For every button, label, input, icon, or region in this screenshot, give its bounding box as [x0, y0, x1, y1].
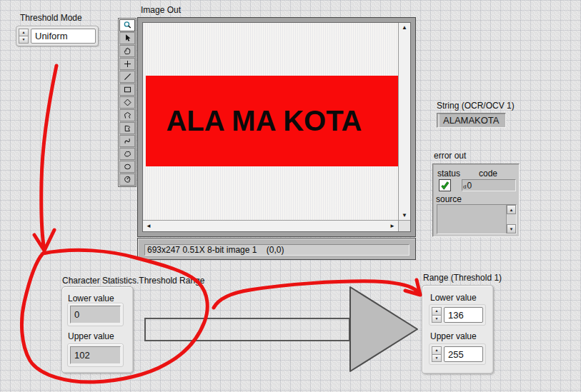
labview-front-panel: Threshold Mode ▲ ▼ Uniform Image Out ALA…	[0, 0, 581, 392]
oval-tool-icon	[122, 162, 133, 171]
image-vertical-scrollbar[interactable]: ▲ ▼	[398, 23, 410, 220]
ocr-string-label: String (OCR/OCV 1)	[437, 101, 515, 111]
threshold-mode-value[interactable]: Uniform	[31, 29, 96, 44]
annulus-tool-button[interactable]	[119, 174, 135, 186]
rt-lower-control[interactable]: ▲ ▼ 136	[429, 304, 486, 326]
image-text: ALA MA KOTA	[166, 105, 362, 137]
scroll-up-icon[interactable]: ▲	[507, 205, 516, 214]
image-red-band: ALA MA KOTA	[146, 76, 398, 166]
increment-icon[interactable]: ▲	[432, 346, 442, 355]
zoom-tool-icon	[122, 21, 133, 30]
error-source-field: ▲ ▼	[437, 204, 517, 234]
scroll-up-icon[interactable]: ▲	[402, 24, 407, 31]
broken-line-tool-button[interactable]	[119, 135, 135, 147]
rt-upper-spinner[interactable]: ▲ ▼	[432, 346, 442, 362]
rt-lower-value[interactable]: 136	[444, 307, 483, 323]
image-horizontal-scrollbar[interactable]: ◄ ►	[143, 220, 398, 231]
decrement-icon[interactable]: ▼	[432, 316, 442, 323]
broken-line-tool-icon	[122, 136, 133, 146]
scrollbar-corner	[398, 220, 410, 231]
polygon-tool-button[interactable]	[119, 109, 135, 121]
polygon-tool-icon	[122, 111, 133, 120]
error-code-label: code	[479, 169, 497, 179]
cs-lower-label: Lower value	[68, 293, 114, 303]
freehand-region-tool-icon	[122, 149, 133, 159]
rectangle-tool-button[interactable]	[119, 84, 135, 96]
image-toolbar	[118, 18, 136, 187]
point-tool-icon	[122, 59, 133, 69]
image-canvas-frame: ALA MA KOTA ▲ ▼ ◄ ►	[142, 22, 411, 232]
scroll-down-icon[interactable]: ▼	[402, 212, 407, 218]
error-status-checkbox	[439, 179, 451, 191]
rt-lower-spinner[interactable]: ▲ ▼	[432, 307, 442, 323]
freehand-region-tool-button[interactable]	[119, 148, 135, 160]
image-out-display: ALA MA KOTA ▲ ▼ ◄ ►	[137, 17, 416, 237]
character-statistics-label: Character Statistics.Threshold Range	[62, 276, 204, 286]
character-statistics-cluster: Lower value 0 Upper value 102	[61, 286, 134, 373]
rt-upper-label: Upper value	[430, 331, 477, 341]
image-view[interactable]: ALA MA KOTA	[143, 23, 398, 220]
rotated-rectangle-tool-button[interactable]	[119, 96, 135, 109]
threshold-mode-spinner[interactable]: ▲ ▼	[19, 29, 29, 44]
rectangle-tool-icon	[122, 85, 133, 94]
cs-upper-label: Upper value	[68, 331, 114, 341]
cs-upper-value: 102	[70, 346, 121, 364]
annotation-arrow-down	[34, 66, 56, 251]
decoration-arrow-head	[347, 285, 420, 373]
rt-upper-control[interactable]: ▲ ▼ 255	[429, 343, 486, 365]
scroll-left-icon[interactable]: ◄	[146, 223, 152, 229]
range-threshold-cluster: Lower value ▲ ▼ 136 Upper value ▲ ▼ 255	[422, 285, 494, 374]
code-radix: d	[463, 184, 466, 190]
annulus-tool-icon	[122, 175, 133, 184]
rotated-rectangle-tool-icon	[122, 98, 133, 107]
ocr-string-value: ALAMAKOTA	[437, 113, 506, 128]
line-tool-button[interactable]	[119, 71, 135, 83]
image-status-bar: 693x247 0.51X 8-bit image 1 (0,0)	[137, 238, 416, 260]
threshold-mode-label: Threshold Mode	[20, 13, 82, 23]
status-checkmark-icon	[440, 181, 450, 190]
source-scrollbar[interactable]: ▲ ▼	[506, 205, 516, 233]
cs-upper-field: 102	[67, 343, 124, 367]
cs-lower-value: 0	[70, 306, 121, 323]
error-code-value: 0	[467, 181, 472, 191]
free-region-tool-icon	[122, 124, 133, 133]
scroll-right-icon[interactable]: ►	[389, 223, 395, 229]
decrement-icon[interactable]: ▼	[432, 355, 442, 363]
zoom-tool-button[interactable]	[119, 19, 135, 31]
point-tool-button[interactable]	[119, 58, 135, 70]
range-threshold-label: Range (Threshold 1)	[423, 273, 502, 283]
pan-tool-button[interactable]	[119, 45, 135, 57]
cursor-tool-icon	[122, 34, 133, 43]
rt-lower-label: Lower value	[430, 293, 477, 303]
error-code-field: d 0	[462, 179, 516, 191]
rt-upper-value[interactable]: 255	[444, 346, 483, 362]
scroll-down-icon[interactable]: ▼	[507, 224, 516, 233]
oval-tool-button[interactable]	[119, 161, 135, 173]
image-status-text: 693x247 0.51X 8-bit image 1 (0,0)	[144, 244, 409, 256]
free-region-tool-button[interactable]	[119, 122, 135, 134]
error-status-label: status	[437, 169, 460, 179]
error-out-cluster: status code d 0 source ▲ ▼	[432, 164, 520, 237]
cursor-tool-button[interactable]	[119, 32, 135, 44]
increment-icon[interactable]: ▲	[19, 29, 29, 36]
cs-lower-field: 0	[67, 303, 124, 326]
threshold-mode-control[interactable]: ▲ ▼ Uniform	[16, 26, 99, 46]
decrement-icon[interactable]: ▼	[19, 36, 29, 44]
decoration-arrow-shaft	[144, 318, 350, 341]
pan-tool-icon	[122, 46, 133, 56]
line-tool-icon	[122, 72, 133, 81]
error-out-label: error out	[434, 151, 466, 161]
increment-icon[interactable]: ▲	[432, 307, 442, 316]
error-source-label: source	[436, 194, 462, 204]
image-out-label: Image Out	[141, 5, 181, 15]
